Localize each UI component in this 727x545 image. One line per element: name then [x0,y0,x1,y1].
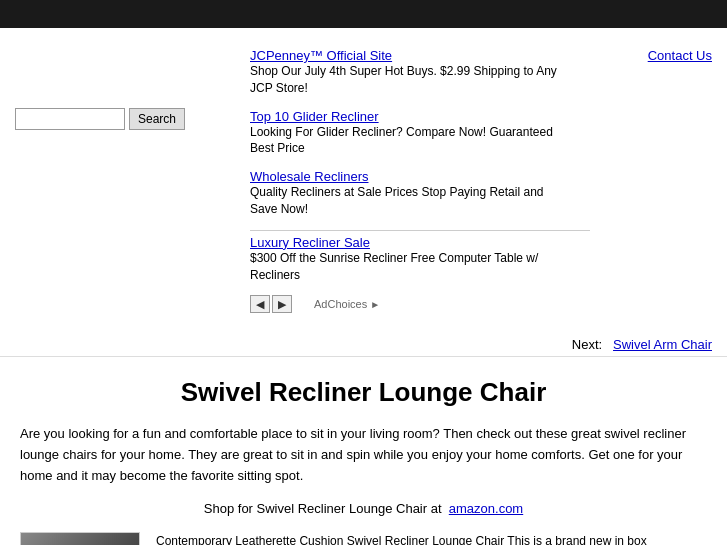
intro-text: Are you looking for a fun and comfortabl… [20,424,707,486]
product-section: Contemporary Leatherette Cushion Swivel … [20,532,707,545]
shop-line: Shop for Swivel Recliner Lounge Chair at… [20,501,707,516]
prev-ad-button[interactable]: ◀ [250,295,270,313]
left-sidebar: Search [0,38,240,323]
ad-title-2[interactable]: Top 10 Glider Recliner [250,109,592,124]
ad-title-3[interactable]: Wholesale Recliners [250,169,592,184]
next-ad-button[interactable]: ▶ [272,295,292,313]
page-title: Swivel Recliner Lounge Chair [20,377,707,408]
product-description: Contemporary Leatherette Cushion Swivel … [156,532,707,545]
ad-item-3: Wholesale Recliners Quality Recliners at… [250,169,592,218]
search-input[interactable] [15,108,125,130]
contact-us-link[interactable]: Contact Us [648,48,712,63]
next-link[interactable]: Swivel Arm Chair [613,337,712,352]
ad-description-3: Quality Recliners at Sale Prices Stop Pa… [250,184,570,218]
adchoices-label: AdChoices ► [314,298,380,310]
search-area: Search [15,108,185,130]
ad-title-1[interactable]: JCPenney™ Official Site [250,48,592,63]
search-button[interactable]: Search [129,108,185,130]
main-content: Swivel Recliner Lounge Chair Are you loo… [0,356,727,545]
divider [250,230,590,231]
contact-area: Contact Us [607,38,727,323]
ad-nav: ◀ ▶ AdChoices ► [250,295,592,313]
shop-link[interactable]: amazon.com [449,501,523,516]
ad-item-4: Luxury Recliner Sale $300 Off the Sunris… [250,235,592,284]
ad-title-4[interactable]: Luxury Recliner Sale [250,235,592,250]
ad-item-2: Top 10 Glider Recliner Looking For Glide… [250,109,592,158]
ads-area: JCPenney™ Official Site Shop Our July 4t… [240,38,607,323]
next-link-area: Next: Swivel Arm Chair [0,333,727,356]
product-image [20,532,140,545]
ad-description-1: Shop Our July 4th Super Hot Buys. $2.99 … [250,63,570,97]
top-bar [0,0,727,28]
next-label: Next: [572,337,602,352]
ad-item-1: JCPenney™ Official Site Shop Our July 4t… [250,48,592,97]
ad-description-2: Looking For Glider Recliner? Compare Now… [250,124,570,158]
ad-description-4: $300 Off the Sunrise Recliner Free Compu… [250,250,570,284]
adchoices-icon: ► [370,299,380,310]
